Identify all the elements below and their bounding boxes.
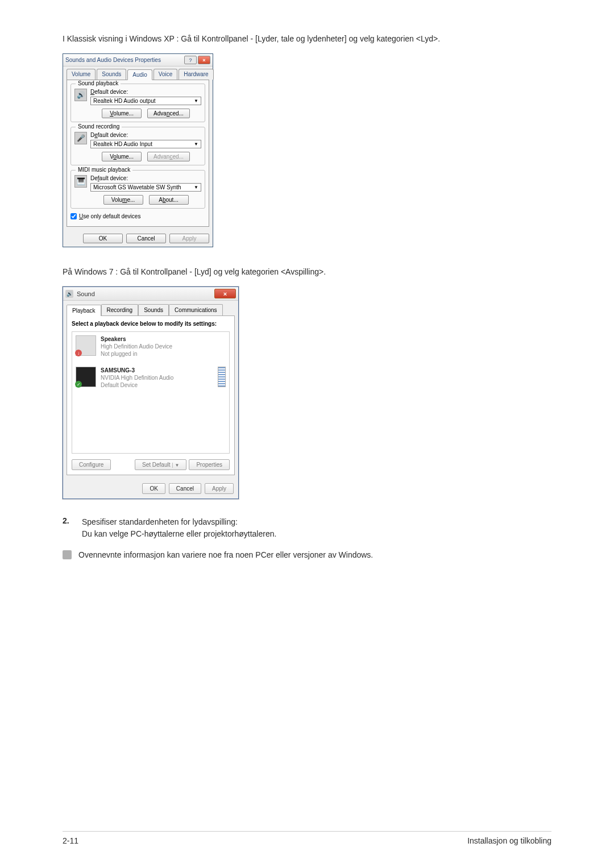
- use-only-default-checkbox[interactable]: [70, 213, 77, 219]
- level-meter: [218, 367, 226, 387]
- playback-advanced-button[interactable]: Advanced...: [147, 109, 190, 118]
- step2-line1: Spesifiser standardenheten for lydavspil…: [82, 516, 551, 528]
- device-status: Default Device: [101, 381, 213, 389]
- legend-midi: MIDI music playback: [76, 167, 132, 173]
- note-text: Ovennevnte informasjon kan variere noe f…: [78, 550, 373, 559]
- chevron-down-icon: ▼: [194, 142, 198, 147]
- midi-volume-button[interactable]: Volume...: [103, 195, 143, 205]
- apply-button[interactable]: Apply: [205, 483, 234, 494]
- playback-default-label: DDefault device:efault device:: [90, 89, 201, 95]
- recording-advanced-button[interactable]: Advanced...: [147, 152, 190, 161]
- win7-sound-dialog: 🔊 Sound × Playback Recording Sounds Comm…: [63, 286, 239, 499]
- midi-about-button[interactable]: About...: [149, 195, 189, 205]
- monitor-thumb-icon: ✓: [76, 367, 96, 387]
- xp-tabs: Volume Sounds Audio Voice Hardware: [63, 67, 213, 80]
- chevron-down-icon: ▼: [194, 185, 198, 190]
- note-icon: [63, 550, 72, 559]
- recording-default-label: Default device:: [90, 132, 201, 138]
- xp-sound-properties-dialog: Sounds and Audio Devices Properties ? × …: [63, 53, 213, 247]
- group-midi-playback: MIDI music playback 🎹 Default device: Mi…: [70, 170, 205, 209]
- tab-hardware[interactable]: Hardware: [179, 69, 213, 80]
- device-status: Not plugged in: [101, 350, 226, 358]
- recording-volume-button[interactable]: Volume...: [102, 152, 142, 161]
- device-list[interactable]: ↓ Speakers High Definition Audio Device …: [72, 331, 230, 454]
- device-name: Speakers: [101, 335, 226, 343]
- xp-titlebar: Sounds and Audio Devices Properties ? ×: [63, 54, 213, 67]
- apply-button[interactable]: Apply: [169, 234, 209, 243]
- tab-recording[interactable]: Recording: [101, 304, 139, 315]
- group-sound-recording: Sound recording 🎤 Default device: Realte…: [70, 127, 205, 165]
- set-default-button[interactable]: Set Default▼: [135, 459, 186, 470]
- tab-sounds-7[interactable]: Sounds: [138, 304, 169, 315]
- sound-icon: 🔊: [65, 290, 73, 298]
- ok-button[interactable]: OK: [83, 234, 123, 243]
- page-footer: 2-11 Installasjon og tilkobling: [63, 831, 551, 845]
- device-driver: NVIDIA High Definition Audio: [101, 374, 213, 381]
- chevron-down-icon: ▼: [172, 463, 180, 468]
- device-driver: High Definition Audio Device: [101, 343, 226, 350]
- speaker-icon: 🔊: [74, 89, 87, 101]
- down-arrow-icon: ↓: [75, 350, 82, 356]
- chevron-down-icon: ▼: [194, 98, 198, 103]
- win7-tabs: Playback Recording Sounds Communications: [63, 301, 238, 315]
- midi-default-label: Default device:: [90, 175, 201, 181]
- playback-device-select[interactable]: Realtek HD Audio output ▼: [90, 97, 201, 105]
- tab-audio[interactable]: Audio: [127, 69, 152, 80]
- page-number: 2-11: [63, 836, 78, 845]
- playback-volume-button[interactable]: Volume...: [102, 109, 142, 118]
- step-number: 2.: [63, 516, 74, 540]
- intro-win7-text: På Windows 7 : Gå til Kontrollpanel - [L…: [63, 267, 551, 276]
- win7-dialog-title: Sound: [77, 290, 95, 297]
- close-icon[interactable]: ×: [198, 56, 210, 64]
- cancel-button[interactable]: Cancel: [169, 483, 201, 494]
- recording-device-value: Realtek HD Audio Input: [93, 141, 152, 147]
- ok-button[interactable]: OK: [142, 483, 165, 494]
- use-only-default-label: Use only default devices: [79, 213, 140, 219]
- legend-playback: Sound playback: [76, 80, 121, 86]
- check-icon: ✓: [75, 381, 82, 388]
- help-icon[interactable]: ?: [184, 56, 197, 64]
- legend-recording: Sound recording: [76, 123, 122, 130]
- xp-dialog-title: Sounds and Audio Devices Properties: [65, 57, 161, 63]
- playback-device-value: Realtek HD Audio output: [93, 98, 156, 104]
- intro-xp-text: I Klassisk visning i Windows XP : Gå til…: [63, 34, 551, 43]
- properties-button[interactable]: Properties: [189, 459, 230, 470]
- recording-device-select[interactable]: Realtek HD Audio Input ▼: [90, 140, 201, 148]
- midi-icon: 🎹: [74, 175, 87, 188]
- speaker-thumb-icon: ↓: [76, 335, 96, 356]
- note-block: Ovennevnte informasjon kan variere noe f…: [63, 550, 551, 559]
- playback-prompt: Select a playback device below to modify…: [72, 321, 230, 327]
- close-icon[interactable]: ×: [214, 289, 236, 298]
- tab-voice[interactable]: Voice: [154, 69, 177, 80]
- step-2: 2. Spesifiser standardenheten for lydavs…: [63, 516, 551, 540]
- step2-line2: Du kan velge PC-høyttalerne eller projek…: [82, 528, 551, 540]
- win7-titlebar: 🔊 Sound ×: [63, 287, 238, 301]
- tab-playback[interactable]: Playback: [67, 305, 101, 316]
- midi-device-value: Microsoft GS Wavetable SW Synth: [93, 184, 181, 190]
- tab-sounds[interactable]: Sounds: [97, 69, 126, 80]
- section-title: Installasjon og tilkobling: [467, 836, 551, 845]
- device-name: SAMSUNG-3: [101, 367, 213, 374]
- device-samsung[interactable]: ✓ SAMSUNG-3 NVIDIA High Definition Audio…: [76, 367, 226, 389]
- tab-communications[interactable]: Communications: [169, 304, 222, 315]
- device-speakers[interactable]: ↓ Speakers High Definition Audio Device …: [76, 335, 226, 358]
- microphone-icon: 🎤: [74, 132, 87, 144]
- group-sound-playback: Sound playback 🔊 DDefault device:efault …: [70, 84, 205, 122]
- tab-volume[interactable]: Volume: [67, 69, 96, 80]
- configure-button[interactable]: Configure: [72, 459, 111, 470]
- midi-device-select[interactable]: Microsoft GS Wavetable SW Synth ▼: [90, 183, 201, 192]
- cancel-button[interactable]: Cancel: [126, 234, 166, 243]
